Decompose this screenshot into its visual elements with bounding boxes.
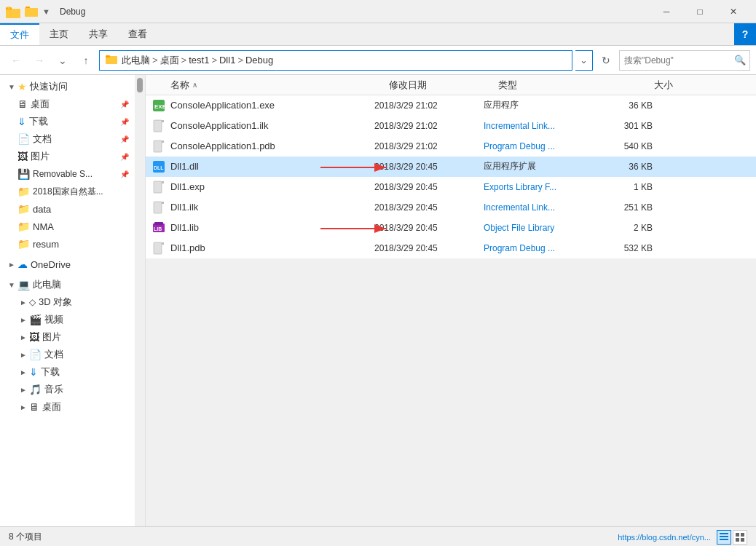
file-type: Program Debug ... bbox=[484, 243, 600, 253]
search-icon[interactable]: 🔍 bbox=[731, 51, 749, 70]
documents-label: 文档 bbox=[33, 132, 52, 146]
sidebar-item-3d[interactable]: ► ◇ 3D 对象 bbox=[0, 293, 135, 311]
sidebar-item-video[interactable]: ► 🎬 视频 bbox=[0, 311, 135, 328]
svg-rect-25 bbox=[154, 222, 163, 225]
file-icon bbox=[151, 139, 166, 154]
file-size: 301 KB bbox=[600, 121, 658, 131]
data-icon: 📁 bbox=[17, 203, 30, 215]
svg-text:DLL: DLL bbox=[154, 165, 164, 170]
back-button[interactable]: ← bbox=[6, 50, 26, 71]
help-button[interactable]: ? bbox=[734, 23, 756, 45]
sidebar-item-pic[interactable]: ► 🖼 图片 bbox=[0, 328, 135, 346]
sidebar-item-pictures[interactable]: 🖼 图片 📌 bbox=[0, 148, 135, 165]
scrollbar-thumb bbox=[137, 78, 143, 92]
address-dropdown-button[interactable]: ⌄ bbox=[575, 50, 593, 71]
sidebar-item-onedrive[interactable]: ► ☁ OneDrive bbox=[0, 256, 135, 273]
sidebar-item-resum[interactable]: 📁 resum bbox=[0, 235, 135, 253]
title-bar-icons: ▼ bbox=[6, 5, 54, 18]
maximize-button[interactable]: □ bbox=[683, 0, 717, 23]
table-row[interactable]: Dll1.ilk 2018/3/29 20:45 Incremental Lin… bbox=[146, 197, 756, 218]
table-row[interactable]: DLL Dll1.dll 2018/3/29 20:45 应用程序扩展 36 K… bbox=[146, 157, 756, 177]
file-rows-container: EXE ConsoleApplication1.exe 2018/3/29 21… bbox=[146, 95, 756, 258]
forward-button[interactable]: → bbox=[29, 50, 50, 71]
file-type: Incremental Link... bbox=[484, 202, 600, 213]
dropdown-recent-button[interactable]: ⌄ bbox=[52, 50, 73, 71]
dl-icon: ⇓ bbox=[29, 366, 38, 378]
table-row[interactable]: ConsoleApplication1.pdb 2018/3/29 21:02 … bbox=[146, 136, 756, 157]
thispc-label: 此电脑 bbox=[33, 278, 61, 291]
file-name: ConsoleApplication1.exe bbox=[170, 100, 374, 111]
file-icon bbox=[151, 200, 166, 215]
header-modified[interactable]: 修改日期 bbox=[389, 79, 498, 92]
dl-label: 下载 bbox=[41, 365, 60, 379]
sidebar-item-desk2[interactable]: ► 🖥 桌面 bbox=[0, 398, 135, 416]
table-row[interactable]: EXE ConsoleApplication1.exe 2018/3/29 21… bbox=[146, 95, 756, 116]
desk2-icon: 🖥 bbox=[29, 401, 39, 413]
file-size: 532 KB bbox=[600, 243, 658, 253]
sidebar-item-music[interactable]: ► 🎵 音乐 bbox=[0, 381, 135, 398]
3d-label: 3D 对象 bbox=[39, 296, 72, 309]
sidebar-item-doc[interactable]: ► 📄 文档 bbox=[0, 346, 135, 363]
pictures-label: 图片 bbox=[31, 150, 50, 163]
svg-rect-36 bbox=[736, 538, 739, 542]
table-row[interactable]: ConsoleApplication1.ilk 2018/3/29 21:02 … bbox=[146, 116, 756, 136]
sidebar-item-nma[interactable]: 📁 NMA bbox=[0, 218, 135, 235]
file-name: Dll1.lib bbox=[170, 222, 374, 233]
header-name[interactable]: 名称 ∧ bbox=[170, 79, 389, 92]
tab-file[interactable]: 文件 bbox=[0, 23, 39, 45]
address-path[interactable]: 此电脑 > 桌面 > test1 > Dll1 > Debug bbox=[99, 50, 572, 71]
sidebar-item-quickaccess[interactable]: ▼ ★ 快速访问 bbox=[0, 78, 135, 95]
file-icon bbox=[151, 241, 166, 256]
refresh-button[interactable]: ↻ bbox=[596, 50, 616, 71]
file-modified: 2018/3/29 20:45 bbox=[374, 162, 484, 172]
resum-label: resum bbox=[33, 239, 59, 250]
tab-share[interactable]: 共享 bbox=[79, 23, 118, 45]
sidebar-item-desktop[interactable]: 🖥 桌面 📌 bbox=[0, 95, 135, 113]
thispc-arrow: ▼ bbox=[6, 281, 17, 289]
table-row[interactable]: LIB Dll1.lib 2018/3/29 20:45 Object File… bbox=[146, 218, 756, 238]
search-box: 🔍 bbox=[619, 50, 750, 71]
header-type[interactable]: 类型 bbox=[498, 79, 615, 92]
search-input[interactable] bbox=[620, 51, 731, 70]
svg-rect-0 bbox=[6, 9, 20, 18]
quickaccess-label: 快速访问 bbox=[30, 80, 68, 93]
path-part-3[interactable]: test1 bbox=[189, 55, 209, 66]
sidebar-item-thispc[interactable]: ▼ 💻 此电脑 bbox=[0, 276, 135, 293]
title-folder-icon bbox=[6, 5, 22, 18]
sidebar-item-removable[interactable]: 💾 Removable S... 📌 bbox=[0, 165, 135, 183]
svg-rect-29 bbox=[162, 242, 164, 245]
sidebar-item-dl[interactable]: ► ⇓ 下载 bbox=[0, 363, 135, 381]
up-button[interactable]: ↑ bbox=[76, 50, 96, 71]
removable-icon: 💾 bbox=[17, 168, 30, 180]
sidebar-scroll: ▼ ★ 快速访问 🖥 桌面 📌 ⇓ 下载 📌 📄 文档 📌 🖼 bbox=[0, 75, 145, 526]
path-part-2[interactable]: 桌面 bbox=[160, 54, 179, 67]
svg-rect-15 bbox=[162, 141, 164, 143]
sidebar-item-data[interactable]: 📁 data bbox=[0, 200, 135, 218]
sidebar-item-nature[interactable]: 📁 2018国家自然基... bbox=[0, 183, 135, 200]
sidebar-item-documents[interactable]: 📄 文档 📌 bbox=[0, 130, 135, 148]
tab-view[interactable]: 查看 bbox=[118, 23, 157, 45]
header-size[interactable]: 大小 bbox=[615, 79, 673, 92]
path-part-4[interactable]: Dll1 bbox=[219, 55, 235, 66]
table-row[interactable]: Dll1.exp 2018/3/29 20:45 Exports Library… bbox=[146, 177, 756, 197]
sidebar-scrollbar[interactable] bbox=[135, 75, 145, 526]
path-part-1[interactable]: 此电脑 bbox=[122, 54, 150, 67]
svg-rect-7 bbox=[106, 55, 110, 58]
table-row[interactable]: Dll1.pdb 2018/3/29 20:45 Program Debug .… bbox=[146, 238, 756, 258]
view-large-icon-button[interactable] bbox=[733, 530, 747, 545]
file-icon bbox=[151, 180, 166, 194]
path-part-5[interactable]: Debug bbox=[245, 55, 273, 66]
desktop-label: 桌面 bbox=[31, 98, 50, 111]
thispc-icon: 💻 bbox=[17, 279, 30, 290]
downloads-pin-icon: 📌 bbox=[120, 118, 129, 126]
sidebar-item-downloads[interactable]: ⇓ 下载 📌 bbox=[0, 113, 135, 130]
file-size: 540 KB bbox=[600, 141, 658, 151]
view-details-button[interactable] bbox=[717, 530, 731, 545]
tab-home[interactable]: 主页 bbox=[39, 23, 79, 45]
minimize-button[interactable]: ─ bbox=[650, 0, 683, 23]
svg-rect-35 bbox=[741, 533, 744, 537]
file-modified: 2018/3/29 20:45 bbox=[374, 202, 484, 213]
status-bar: 8 个项目 https://blog.csdn.net/cyn... bbox=[0, 526, 756, 546]
ribbon-tabs: 文件 主页 共享 查看 ? bbox=[0, 23, 756, 45]
close-button[interactable]: ✕ bbox=[717, 0, 750, 23]
